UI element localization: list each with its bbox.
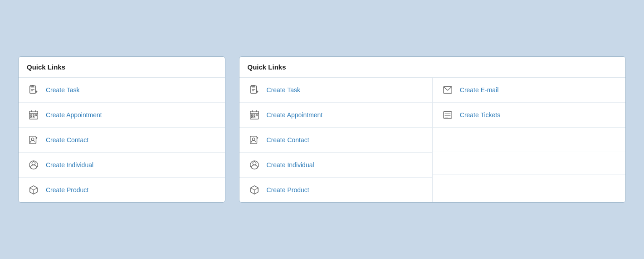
- quick-link-wide-create-tickets[interactable]: Create Tickets: [433, 103, 625, 128]
- quick-link-create-appointment[interactable]: Create Appointment: [19, 103, 225, 128]
- widget-title-wide: Quick Links: [239, 57, 625, 78]
- wide-create-individual-label: Create Individual: [267, 161, 314, 169]
- wide-create-task-label: Create Task: [267, 86, 300, 94]
- widget-body-wide: Create Task Create A: [239, 78, 625, 202]
- quick-link-wide-create-task[interactable]: Create Task: [239, 78, 432, 103]
- quick-links-widget-wide: Quick Links Create Task: [239, 56, 626, 203]
- wide-create-product-label: Create Product: [267, 186, 309, 194]
- contact-icon: [28, 134, 39, 146]
- quick-link-wide-create-product[interactable]: Create Product: [239, 178, 432, 202]
- quick-link-create-product[interactable]: Create Product: [19, 178, 225, 202]
- quick-link-create-task[interactable]: Create Task: [19, 78, 225, 103]
- wide-create-appointment-label: Create Appointment: [267, 111, 323, 119]
- task-icon: [28, 84, 39, 96]
- svg-rect-41: [251, 117, 253, 118]
- widget-column-narrow: Create Task C: [19, 78, 225, 202]
- quick-link-wide-create-contact[interactable]: Create Contact: [239, 128, 432, 153]
- svg-rect-14: [35, 115, 37, 116]
- email-icon: [442, 84, 454, 96]
- svg-rect-40: [256, 115, 257, 116]
- widget-column-right: Create E-mail Create Tickets: [433, 78, 625, 202]
- tickets-icon: [442, 109, 454, 121]
- svg-line-24: [30, 188, 34, 190]
- svg-point-47: [253, 162, 256, 165]
- svg-rect-13: [33, 115, 34, 116]
- quick-link-wide-create-appointment[interactable]: Create Appointment: [239, 103, 432, 128]
- individual-icon: [28, 159, 39, 171]
- create-product-label: Create Product: [46, 186, 88, 194]
- product-icon: [28, 184, 39, 196]
- widget-title-narrow: Quick Links: [19, 57, 225, 78]
- svg-point-44: [252, 138, 255, 140]
- svg-point-18: [31, 138, 34, 140]
- widget-column-left: Create Task Create A: [239, 78, 433, 202]
- contact-icon-wide: [249, 134, 260, 146]
- quick-link-create-contact[interactable]: Create Contact: [19, 128, 225, 153]
- filler-row-2: [433, 151, 625, 175]
- svg-rect-42: [254, 117, 255, 118]
- create-task-label: Create Task: [46, 86, 79, 94]
- wide-create-email-label: Create E-mail: [460, 86, 499, 94]
- product-icon-wide: [249, 184, 260, 196]
- filler-row-1: [433, 128, 625, 151]
- quick-link-wide-create-email[interactable]: Create E-mail: [433, 78, 625, 103]
- individual-icon-wide: [249, 159, 260, 171]
- svg-rect-16: [33, 117, 34, 118]
- svg-line-25: [34, 188, 37, 190]
- filler-row-3: [433, 175, 625, 199]
- widget-body-narrow: Create Task C: [19, 78, 225, 202]
- create-contact-label: Create Contact: [46, 136, 88, 144]
- appointment-icon-wide: [249, 109, 260, 121]
- svg-rect-15: [31, 117, 32, 118]
- svg-line-51: [254, 188, 258, 190]
- quick-link-create-individual[interactable]: Create Individual: [19, 153, 225, 178]
- wide-create-contact-label: Create Contact: [267, 136, 309, 144]
- appointment-icon: [28, 109, 39, 121]
- create-appointment-label: Create Appointment: [46, 111, 102, 119]
- svg-point-21: [32, 162, 35, 165]
- svg-rect-12: [31, 115, 32, 116]
- quick-link-wide-create-individual[interactable]: Create Individual: [239, 153, 432, 178]
- svg-rect-38: [251, 115, 253, 116]
- svg-rect-39: [254, 115, 255, 116]
- quick-links-widget-narrow: Quick Links Create Task: [18, 56, 225, 203]
- svg-line-50: [250, 188, 254, 190]
- create-individual-label: Create Individual: [46, 161, 93, 169]
- task-icon-wide: [249, 84, 260, 96]
- wide-create-tickets-label: Create Tickets: [460, 111, 500, 119]
